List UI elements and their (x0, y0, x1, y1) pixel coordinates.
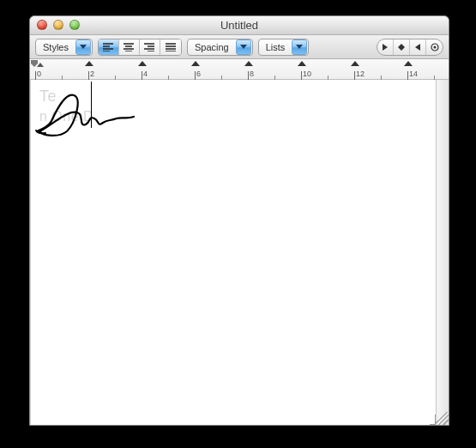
svg-marker-17 (240, 45, 247, 49)
align-center-button[interactable] (119, 39, 140, 55)
ruler-label: 6 (196, 70, 201, 78)
dropdown-arrow-icon (292, 39, 307, 55)
resize-handle-icon[interactable] (436, 412, 449, 425)
svg-marker-31 (351, 61, 359, 66)
close-icon[interactable] (37, 20, 47, 30)
svg-marker-28 (191, 61, 200, 66)
svg-marker-20 (398, 44, 405, 51)
svg-marker-29 (244, 61, 253, 66)
minimize-icon[interactable] (53, 20, 63, 30)
svg-marker-27 (138, 61, 147, 66)
align-justify-button[interactable] (160, 39, 181, 55)
nav-prev-button[interactable] (377, 39, 394, 55)
spacing-dropdown[interactable]: Spacing (187, 39, 253, 56)
window-controls (37, 20, 80, 30)
svg-marker-32 (404, 61, 413, 66)
vertical-scrollbar[interactable] (436, 80, 449, 425)
align-center-icon (124, 43, 134, 51)
align-right-button[interactable] (140, 39, 160, 55)
svg-marker-18 (296, 45, 303, 49)
svg-marker-30 (298, 61, 306, 66)
ruler-label: 4 (143, 70, 148, 78)
indent-marker-icon[interactable] (37, 63, 45, 70)
ruler-label: 2 (90, 70, 94, 78)
svg-point-23 (433, 45, 436, 48)
content-area: Te n One D (30, 80, 449, 425)
toolbar: Styles (30, 35, 449, 59)
zoom-icon[interactable] (69, 20, 80, 30)
svg-marker-19 (383, 44, 388, 51)
diamond-icon (398, 44, 405, 51)
align-left-button[interactable] (99, 39, 119, 55)
nav-marker-button[interactable] (394, 39, 410, 55)
window-title: Untitled (220, 19, 258, 32)
nav-next-button[interactable] (410, 39, 426, 55)
tab-stop-icon[interactable] (244, 61, 253, 68)
dropdown-arrow-icon (75, 39, 91, 55)
signature-drawing (33, 88, 136, 140)
window: Untitled Styles (29, 15, 449, 426)
ruler-label: 10 (303, 70, 311, 78)
document-page[interactable]: Te n One D (30, 80, 436, 425)
styles-dropdown[interactable]: Styles (35, 39, 93, 56)
alignment-group (98, 39, 182, 56)
tab-stop-icon[interactable] (298, 61, 306, 68)
tab-stop-icon[interactable] (138, 61, 147, 68)
lists-label: Lists (259, 42, 292, 52)
align-right-icon (144, 43, 154, 51)
ruler-label: 0 (37, 70, 41, 78)
tab-stop-icon[interactable] (191, 61, 200, 68)
tab-stop-icon[interactable] (351, 61, 359, 68)
ruler[interactable]: 02468101214 (30, 59, 449, 80)
lists-dropdown[interactable]: Lists (258, 39, 310, 56)
tab-stop-icon[interactable] (404, 61, 413, 68)
ruler-label: 14 (409, 70, 418, 78)
svg-marker-26 (85, 61, 93, 66)
svg-marker-0 (80, 45, 87, 49)
nav-target-button[interactable] (426, 39, 443, 55)
svg-marker-25 (37, 63, 44, 67)
align-left-icon (103, 43, 113, 51)
nav-group (377, 39, 443, 56)
align-justify-icon (166, 43, 176, 51)
titlebar[interactable]: Untitled (30, 16, 449, 35)
dropdown-arrow-icon (236, 39, 251, 55)
ruler-label: 8 (250, 70, 254, 78)
page-corner (430, 415, 436, 425)
target-icon (431, 43, 439, 51)
styles-label: Styles (36, 42, 75, 52)
svg-marker-21 (415, 44, 420, 51)
triangle-left-icon (414, 44, 421, 51)
triangle-right-icon (382, 44, 389, 51)
tab-stop-icon[interactable] (85, 61, 93, 68)
spacing-label: Spacing (188, 42, 236, 52)
ruler-label: 12 (356, 70, 365, 78)
